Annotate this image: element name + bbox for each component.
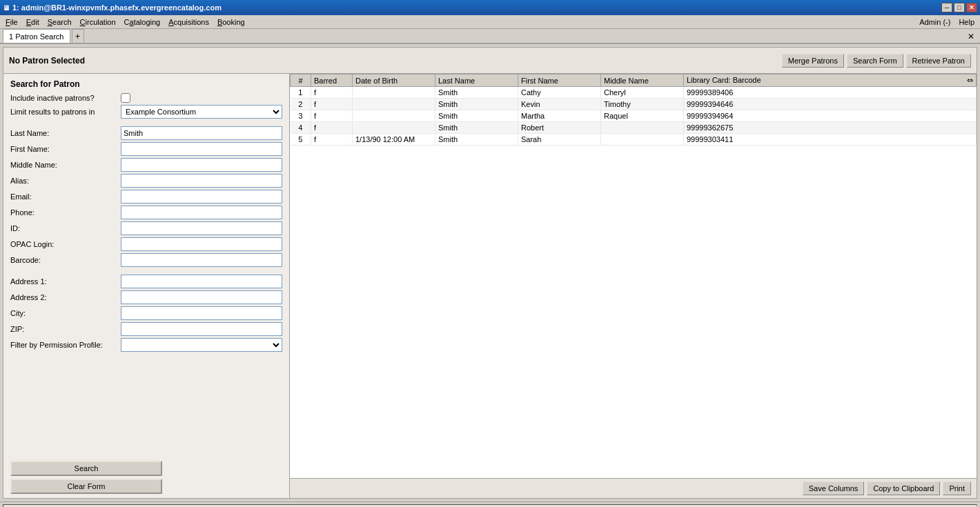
menu-circulation[interactable]: Circulation	[76, 15, 120, 28]
col-header-last[interactable]: Last Name	[435, 74, 518, 87]
limit-results-select[interactable]: Example Consortium	[121, 105, 282, 119]
address1-input[interactable]	[121, 275, 282, 288]
title-bar: 🖥 1: admin@BR1-winxpvmfx.phasefx.evergre…	[0, 0, 980, 15]
barcode-label: Barcode:	[10, 256, 121, 264]
zip-label: ZIP:	[10, 325, 121, 333]
id-input[interactable]	[121, 221, 282, 235]
cell-middle: Cheryl	[601, 87, 684, 99]
city-row: City:	[10, 306, 282, 320]
middle-name-input[interactable]	[121, 158, 282, 172]
col-header-barcode[interactable]: Library Card: Barcode ⇔	[684, 74, 977, 87]
barcode-col-label: Library Card: Barcode	[687, 76, 761, 84]
cell-middle	[601, 134, 684, 146]
menu-search[interactable]: Search	[43, 15, 76, 28]
address2-row: Address 2:	[10, 290, 282, 304]
search-form-button[interactable]: Search Form	[847, 54, 903, 68]
search-panel: Search for Patron Include inactive patro…	[3, 74, 290, 498]
cell-first: Kevin	[518, 99, 601, 110]
results-table-area[interactable]: # Barred Date of Birth Last Name First N…	[290, 74, 977, 478]
permission-profile-label: Filter by Permission Profile:	[10, 341, 121, 349]
include-inactive-checkbox[interactable]	[121, 93, 130, 103]
col-header-dob[interactable]: Date of Birth	[353, 74, 435, 87]
cell-num: 5	[291, 134, 311, 146]
col-header-middle[interactable]: Middle Name	[601, 74, 684, 87]
address2-input[interactable]	[121, 290, 282, 304]
tab-patron-search[interactable]: 1 Patron Search	[3, 29, 70, 43]
middle-name-row: Middle Name:	[10, 158, 282, 172]
cell-last: Smith	[435, 122, 518, 134]
cell-middle: Raquel	[601, 110, 684, 122]
cell-barcode: 99999362675	[684, 122, 977, 134]
permission-profile-row: Filter by Permission Profile:	[10, 338, 282, 352]
middle-name-label: Middle Name:	[10, 161, 121, 169]
window-close-button[interactable]: ✕	[966, 3, 977, 12]
alias-row: Alias:	[10, 174, 282, 188]
phone-row: Phone:	[10, 206, 282, 219]
cell-first: Sarah	[518, 134, 601, 146]
opac-login-label: OPAC Login:	[10, 240, 121, 248]
city-input[interactable]	[121, 306, 282, 320]
opac-login-row: OPAC Login:	[10, 237, 282, 251]
menu-cataloging[interactable]: Cataloging	[120, 15, 165, 28]
col-header-first[interactable]: First Name	[518, 74, 601, 87]
window-tab-close[interactable]: ✕	[965, 32, 977, 41]
search-button[interactable]: Search	[10, 461, 162, 476]
address1-label: Address 1:	[10, 277, 121, 286]
resize-col-icon[interactable]: ⇔	[967, 76, 973, 85]
phone-input[interactable]	[121, 206, 282, 219]
table-row[interactable]: 1 f Smith Cathy Cheryl 99999389406	[291, 87, 977, 99]
tab-bar: 1 Patron Search + ✕	[0, 29, 980, 44]
cell-dob	[353, 122, 435, 134]
retrieve-patron-button[interactable]: Retrieve Patron	[906, 54, 971, 68]
phone-label: Phone:	[10, 208, 121, 217]
address1-row: Address 1:	[10, 275, 282, 288]
menu-acquisitions[interactable]: Acquisitions	[164, 15, 213, 28]
last-name-label: Last Name:	[10, 129, 121, 137]
alias-input[interactable]	[121, 174, 282, 188]
cell-num: 4	[291, 122, 311, 134]
cell-num: 1	[291, 87, 311, 99]
clear-form-button[interactable]: Clear Form	[10, 479, 162, 494]
menu-edit[interactable]: Edit	[22, 15, 43, 28]
alias-label: Alias:	[10, 177, 121, 185]
cell-dob: 1/13/90 12:00 AM	[353, 134, 435, 146]
help-menu[interactable]: Help	[954, 15, 979, 28]
permission-profile-select[interactable]	[121, 338, 282, 352]
zip-input[interactable]	[121, 322, 282, 336]
body-area: Search for Patron Include inactive patro…	[3, 74, 977, 498]
copy-clipboard-button[interactable]: Copy to Clipboard	[867, 481, 940, 495]
menu-bar: File Edit Search Circulation Cataloging …	[0, 15, 980, 29]
cell-barred: f	[311, 122, 353, 134]
scrollbar-track[interactable]	[3, 504, 977, 508]
first-name-input[interactable]	[121, 142, 282, 156]
table-row[interactable]: 3 f Smith Martha Raquel 99999394964	[291, 110, 977, 122]
menu-booking[interactable]: Booking	[213, 15, 249, 28]
cell-first: Robert	[518, 122, 601, 134]
table-row[interactable]: 2 f Smith Kevin Timothy 99999394646	[291, 99, 977, 110]
maximize-button[interactable]: □	[954, 3, 965, 12]
barcode-input[interactable]	[121, 253, 282, 267]
opac-login-input[interactable]	[121, 237, 282, 251]
table-row[interactable]: 5 f 1/13/90 12:00 AM Smith Sarah 9999930…	[291, 134, 977, 146]
search-buttons-area: Search Clear Form	[3, 457, 289, 498]
merge-patrons-button[interactable]: Merge Patrons	[782, 54, 844, 68]
tab-add-button[interactable]: +	[72, 29, 84, 43]
title-bar-text: 1: admin@BR1-winxpvmfx.phasefx.evergreen…	[12, 3, 222, 12]
last-name-input[interactable]	[121, 126, 282, 140]
minimize-button[interactable]: ─	[941, 3, 952, 12]
cell-barcode: 99999389406	[684, 87, 977, 99]
id-label: ID:	[10, 224, 121, 232]
print-button[interactable]: Print	[943, 481, 971, 495]
top-bar: No Patron Selected Merge Patrons Search …	[3, 48, 977, 74]
save-columns-button[interactable]: Save Columns	[803, 481, 865, 495]
email-input[interactable]	[121, 190, 282, 203]
cell-middle	[601, 122, 684, 134]
menu-file[interactable]: File	[1, 15, 22, 28]
col-header-barred[interactable]: Barred	[311, 74, 353, 87]
bottom-bar: Save Columns Copy to Clipboard Print	[290, 478, 977, 498]
limit-results-row: Limit results to patrons in Example Cons…	[10, 105, 282, 119]
col-header-num[interactable]: #	[291, 74, 311, 87]
patron-status: No Patron Selected	[9, 56, 85, 66]
admin-menu[interactable]: Admin (-)	[915, 15, 954, 28]
table-row[interactable]: 4 f Smith Robert 99999362675	[291, 122, 977, 134]
